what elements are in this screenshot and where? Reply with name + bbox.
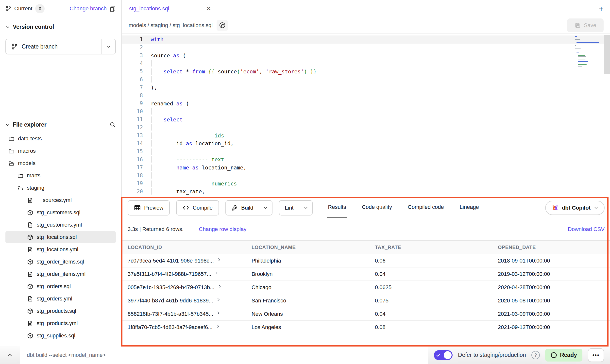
- panel-tab-compiled-code[interactable]: Compiled code: [407, 198, 445, 218]
- code-line[interactable]: 5 select * from {{ source('ecom', 'raw_s…: [122, 67, 610, 76]
- preview-button[interactable]: Preview: [128, 200, 170, 215]
- code-line[interactable]: 19 ---------- numerics: [122, 180, 610, 188]
- file-icon: [27, 197, 33, 203]
- file-item-stg-customers-sql[interactable]: stg_customers.sql: [5, 206, 116, 219]
- change-branch-link[interactable]: Change branch: [70, 5, 107, 12]
- table-row: 005e7e1c-1935-4269-b479-0713b...Chicago0…: [122, 281, 610, 294]
- code-line[interactable]: 1with: [122, 35, 610, 44]
- panel-tab-lineage[interactable]: Lineage: [459, 198, 480, 218]
- build-dropdown[interactable]: [259, 201, 272, 215]
- cell-tax-rate: 0.04: [370, 307, 492, 321]
- new-tab-button[interactable]: +: [599, 0, 604, 17]
- file-item-stg-orders-sql[interactable]: stg_orders.sql: [5, 280, 116, 293]
- file-item-stg-order-items-yml[interactable]: stg_order_items.yml: [5, 268, 116, 280]
- code-text: ---------- ids: [151, 132, 224, 139]
- tab-stg-locations[interactable]: stg_locations.sql ✕: [122, 0, 218, 17]
- code-line[interactable]: 13 ---------- ids: [122, 132, 610, 140]
- expand-cell-icon[interactable]: [216, 324, 220, 328]
- help-icon[interactable]: ?: [531, 351, 540, 359]
- file-item-staging[interactable]: staging: [5, 182, 116, 194]
- editor-scrollbar[interactable]: [604, 35, 610, 74]
- chevron-down-icon[interactable]: [5, 123, 10, 127]
- code-line[interactable]: 6: [122, 76, 610, 84]
- create-branch-dropdown[interactable]: [102, 39, 115, 54]
- collapse-command-bar-button[interactable]: [0, 346, 20, 364]
- compile-button[interactable]: Compile: [176, 200, 219, 215]
- code-line[interactable]: 8: [122, 92, 610, 100]
- file-item-stg-orders-yml[interactable]: stg_orders.yml: [5, 293, 116, 305]
- file-item-label: stg_customers.sql: [37, 209, 80, 216]
- code-line[interactable]: 12: [122, 124, 610, 132]
- file-item-stg-locations-yml[interactable]: stg_locations.yml: [5, 243, 116, 256]
- expand-cell-icon[interactable]: [218, 284, 221, 288]
- panel-tab-results[interactable]: Results: [327, 198, 347, 218]
- code-line[interactable]: 2: [122, 44, 610, 52]
- create-branch-button[interactable]: Create branch: [5, 39, 116, 54]
- file-item-stg-customers-yml[interactable]: stg_customers.yml: [5, 219, 116, 231]
- command-input[interactable]: dbt build --select <model_name>: [20, 346, 428, 364]
- expand-cell-icon[interactable]: [217, 298, 220, 301]
- copy-icon[interactable]: [110, 5, 116, 12]
- expand-cell-icon[interactable]: [215, 271, 219, 275]
- code-line[interactable]: 14 id as location_id,: [122, 140, 610, 148]
- line-number: 5: [122, 68, 143, 74]
- file-item--sources-yml[interactable]: __sources.yml: [5, 194, 116, 206]
- code-line[interactable]: 4: [122, 60, 610, 68]
- file-item-label: stg_orders.sql: [37, 283, 71, 290]
- code-text: source as (: [151, 52, 186, 59]
- save-button[interactable]: Save: [567, 18, 604, 32]
- version-control-title: Version control: [13, 24, 54, 30]
- file-item-macros[interactable]: macros: [5, 145, 116, 157]
- code-line[interactable]: 18: [122, 172, 610, 180]
- model-icon: [27, 210, 33, 216]
- file-item-stg-locations-sql[interactable]: stg_locations.sql: [5, 231, 116, 243]
- code-text: select: [151, 116, 183, 123]
- minimap[interactable]: [575, 36, 602, 67]
- download-csv-link[interactable]: Download CSV: [568, 226, 605, 232]
- cell-opened-date: 2019-03-12T00:00:00: [492, 267, 610, 281]
- panel-tab-code-quality[interactable]: Code quality: [361, 198, 393, 218]
- file-item-models[interactable]: models: [5, 157, 116, 169]
- code-text: ),: [151, 84, 157, 91]
- panel-toolbar: Preview Compile Build: [122, 198, 610, 218]
- file-item-stg-products-yml[interactable]: stg_products.yml: [5, 317, 116, 330]
- file-item-data-tests[interactable]: data-tests: [5, 132, 116, 145]
- expand-cell-icon[interactable]: [217, 258, 221, 262]
- file-icon: [27, 320, 33, 327]
- change-row-display-link[interactable]: Change row display: [199, 226, 246, 232]
- lint-dropdown[interactable]: [299, 201, 312, 215]
- line-number: 8: [122, 93, 143, 99]
- code-line[interactable]: 3source as (: [122, 51, 610, 60]
- line-number: 3: [122, 52, 143, 58]
- expand-cell-icon[interactable]: [217, 311, 220, 315]
- line-number: 20: [122, 189, 143, 195]
- build-button[interactable]: Build: [225, 200, 272, 215]
- line-number: 4: [122, 61, 143, 66]
- code-line[interactable]: 20 tax_rate,: [122, 188, 610, 196]
- code-editor[interactable]: 1with2 3source as (4 5 select * from {{ …: [122, 33, 610, 198]
- close-icon[interactable]: ✕: [206, 6, 211, 12]
- search-icon[interactable]: [110, 122, 116, 128]
- column-header-location_name: LOCATION_NAME: [246, 241, 370, 254]
- lint-button[interactable]: Lint: [279, 200, 313, 215]
- code-line[interactable]: 15: [122, 148, 610, 156]
- code-line[interactable]: 11 select: [122, 116, 610, 124]
- code-line[interactable]: 16 ---------- text: [122, 156, 610, 164]
- dbt-copilot-button[interactable]: dbt Copilot: [545, 201, 605, 215]
- file-item-marts[interactable]: marts: [5, 169, 116, 182]
- table-icon: [134, 204, 141, 211]
- code-line[interactable]: 7),: [122, 83, 610, 92]
- code-line[interactable]: 17 name as location_name,: [122, 164, 610, 172]
- file-tree: data-testsmacrosmodelsmartsstaging__sour…: [5, 132, 116, 342]
- locate-in-tree-button[interactable]: [217, 20, 228, 31]
- more-options-button[interactable]: •••: [588, 348, 604, 362]
- file-item-stg-products-sql[interactable]: stg_products.sql: [5, 305, 116, 317]
- chevron-down-icon[interactable]: [5, 25, 10, 29]
- line-number: 11: [122, 116, 143, 122]
- code-line[interactable]: 10: [122, 108, 610, 116]
- file-item-stg-supplies-sql[interactable]: stg_supplies.sql: [5, 330, 116, 342]
- status-bar: dbt build --select <model_name> Defer to…: [0, 346, 610, 364]
- code-line[interactable]: 9renamed as (: [122, 99, 610, 108]
- defer-toggle[interactable]: [434, 350, 453, 360]
- file-item-stg-order-items-sql[interactable]: stg_order_items.sql: [5, 256, 116, 268]
